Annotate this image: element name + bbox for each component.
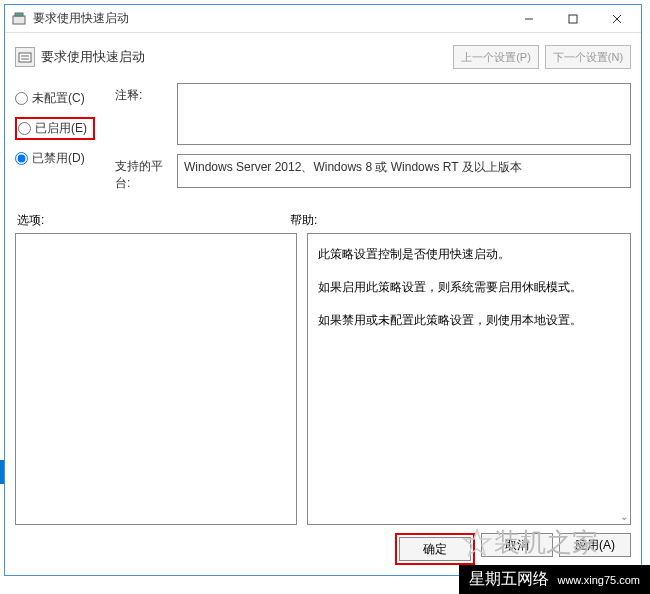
comment-label: 注释:	[115, 83, 177, 148]
radio-enabled-label[interactable]: 已启用(E)	[35, 120, 87, 137]
titlebar: 要求使用快速启动	[5, 5, 641, 33]
options-label: 选项:	[15, 212, 290, 229]
cancel-button[interactable]: 取消	[481, 533, 553, 557]
help-label: 帮助:	[290, 212, 631, 229]
help-text-1: 此策略设置控制是否使用快速启动。	[318, 246, 620, 263]
app-icon	[11, 11, 27, 27]
header-row: 要求使用快速启动 上一个设置(P) 下一个设置(N)	[15, 41, 631, 79]
help-text-3: 如果禁用或未配置此策略设置，则使用本地设置。	[318, 312, 620, 329]
apply-button[interactable]: 应用(A)	[559, 533, 631, 557]
supported-platform-box: Windows Server 2012、Windows 8 或 Windows …	[177, 154, 631, 188]
brand-name: 星期五网络	[469, 569, 549, 590]
dialog-footer: 确定 取消 应用(A)	[15, 533, 631, 565]
policy-dialog: 要求使用快速启动 要求使用快速启动 上一个设置(P) 下一个设置(N) 未配置(…	[4, 4, 642, 576]
brand-url: www.xing75.com	[557, 574, 640, 586]
next-setting-button[interactable]: 下一个设置(N)	[545, 45, 631, 69]
radio-disabled[interactable]	[15, 152, 28, 165]
policy-icon	[15, 47, 35, 67]
svg-rect-3	[569, 15, 577, 23]
minimize-button[interactable]	[507, 5, 551, 33]
svg-rect-1	[15, 13, 23, 16]
close-button[interactable]	[595, 5, 639, 33]
radio-not-configured-label[interactable]: 未配置(C)	[32, 90, 85, 107]
radio-disabled-label[interactable]: 已禁用(D)	[32, 150, 85, 167]
ok-highlight: 确定	[395, 533, 475, 565]
brand-footer: 星期五网络 www.xing75.com	[459, 565, 650, 594]
policy-title: 要求使用快速启动	[41, 48, 453, 66]
maximize-button[interactable]	[551, 5, 595, 33]
previous-setting-button[interactable]: 上一个设置(P)	[453, 45, 539, 69]
enabled-highlight: 已启用(E)	[15, 117, 95, 140]
options-panel	[15, 233, 297, 525]
scroll-indicator-icon: ⌄	[620, 511, 628, 522]
ok-button[interactable]: 确定	[399, 537, 471, 561]
taskbar-hint	[0, 460, 4, 484]
state-radio-group: 未配置(C) 已启用(E) 已禁用(D)	[15, 83, 115, 198]
platform-label: 支持的平台:	[115, 154, 177, 192]
radio-not-configured[interactable]	[15, 92, 28, 105]
window-title: 要求使用快速启动	[33, 10, 507, 27]
svg-rect-6	[19, 53, 31, 62]
help-panel: 此策略设置控制是否使用快速启动。 如果启用此策略设置，则系统需要启用休眠模式。 …	[307, 233, 631, 525]
radio-enabled[interactable]	[18, 122, 31, 135]
svg-rect-0	[13, 16, 25, 24]
comment-textarea[interactable]	[177, 83, 631, 145]
help-text-2: 如果启用此策略设置，则系统需要启用休眠模式。	[318, 279, 620, 296]
